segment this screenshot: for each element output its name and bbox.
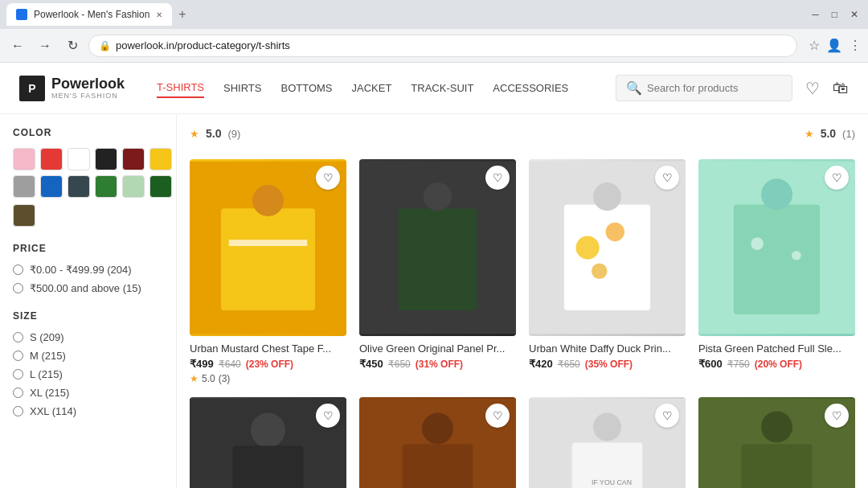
product-card[interactable]: ♡ Brown Casual Polo... ₹449 ₹699 (36% OF… xyxy=(359,397,516,488)
maximize-button[interactable]: □ xyxy=(829,9,841,20)
product-rating: ★ 5.0 (3) xyxy=(190,373,346,384)
site-header: P Powerlook MEN'S FASHION T-SHIRTS SHIRT… xyxy=(0,63,868,114)
product-price: ₹600 xyxy=(698,358,723,370)
svg-rect-31 xyxy=(742,445,813,488)
forward-button[interactable]: → xyxy=(34,35,56,57)
menu-icon[interactable]: ⋮ xyxy=(849,38,862,53)
color-swatch-pink[interactable] xyxy=(13,148,35,170)
product-card[interactable]: ♡ Olive Green Original Panel Pr... ₹450 … xyxy=(359,159,516,384)
price-radio-low[interactable] xyxy=(13,265,23,275)
color-swatch-red[interactable] xyxy=(40,148,63,170)
search-input[interactable] xyxy=(647,82,782,94)
product-discount: (23% OFF) xyxy=(246,359,293,370)
nav-tracksuit[interactable]: TRACK-SUIT xyxy=(411,79,473,97)
color-filter-title: COLOR xyxy=(13,127,163,138)
close-window-button[interactable]: ✕ xyxy=(847,9,862,20)
browser-tab[interactable]: Powerlook - Men's Fashion ✕ xyxy=(6,3,172,26)
bookmark-icon[interactable]: ☆ xyxy=(809,38,820,53)
product-card[interactable]: IF YOU CAN READ THIS... ♡ Olive Printed … xyxy=(529,397,686,488)
product-price: ₹420 xyxy=(529,358,553,370)
size-radio-m[interactable] xyxy=(13,351,23,361)
header-icons: ♡ 🛍 xyxy=(805,79,849,98)
color-swatch-white[interactable] xyxy=(68,148,90,170)
svg-point-30 xyxy=(761,412,792,443)
product-image-wrapper: IF YOU CAN READ THIS... ♡ xyxy=(529,397,686,488)
svg-point-3 xyxy=(252,185,284,216)
refresh-button[interactable]: ↻ xyxy=(61,35,84,57)
svg-point-16 xyxy=(751,237,764,250)
svg-point-11 xyxy=(592,264,608,280)
rating-value: 5.0 xyxy=(202,373,215,384)
back-button[interactable]: ← xyxy=(6,35,29,57)
price-filter: PRICE ₹0.00 - ₹499.99 (204) ₹500.00 and … xyxy=(13,243,163,294)
wishlist-button[interactable]: ♡ xyxy=(655,166,679,190)
product-pricing: ₹600 ₹750 (20% OFF) xyxy=(698,358,855,370)
product-card[interactable]: ♡ Urban White Daffy Duck Prin... ₹420 ₹6… xyxy=(529,159,686,384)
svg-point-25 xyxy=(593,413,621,441)
profile-icon[interactable]: 👤 xyxy=(826,38,842,53)
product-card[interactable]: ♡ Black Slim Fit T-Shirt... ₹399 ₹599 (3… xyxy=(190,397,346,488)
nav-shirts[interactable]: SHIRTS xyxy=(223,79,261,97)
svg-rect-20 xyxy=(233,446,304,489)
svg-point-15 xyxy=(761,178,792,210)
color-swatch-black[interactable] xyxy=(95,148,117,170)
address-bar[interactable]: 🔒 powerlook.in/product-category/t-shirts xyxy=(88,35,797,57)
nav-jacket[interactable]: JACKET xyxy=(352,79,392,97)
size-option-xxl[interactable]: XXL (114) xyxy=(13,405,163,417)
color-swatch-maroon[interactable] xyxy=(122,148,145,170)
wishlist-button[interactable]: ♡ xyxy=(655,404,679,428)
color-swatch-light-green[interactable] xyxy=(122,175,145,198)
price-filter-title: PRICE xyxy=(13,243,163,254)
svg-point-22 xyxy=(422,413,453,445)
wishlist-button[interactable]: ♡ xyxy=(485,166,510,190)
color-swatch-yellow[interactable] xyxy=(149,148,172,170)
minimize-button[interactable]: ─ xyxy=(809,9,822,20)
color-swatch-blue[interactable] xyxy=(40,175,63,198)
product-title: Urban White Daffy Duck Prin... xyxy=(529,342,686,355)
wishlist-button[interactable]: ♡ xyxy=(316,404,340,428)
nav-tshirts[interactable]: T-SHIRTS xyxy=(157,78,204,98)
product-card[interactable]: ♡ Pista Green Patched Full Sle... ₹600 ₹… xyxy=(698,159,855,384)
nav-bottoms[interactable]: BOTTOMS xyxy=(280,79,332,97)
review-count-2: (1) xyxy=(842,128,855,140)
new-tab-button[interactable]: + xyxy=(172,7,192,22)
size-option-l[interactable]: L (215) xyxy=(13,368,163,380)
size-radio-s[interactable] xyxy=(13,332,23,342)
color-swatch-dark-grey[interactable] xyxy=(68,175,90,198)
nav-accessories[interactable]: ACCESSORIES xyxy=(493,79,568,97)
color-swatch-dark-green[interactable] xyxy=(95,175,117,198)
cart-icon[interactable]: 🛍 xyxy=(833,79,849,98)
wishlist-button[interactable]: ♡ xyxy=(316,166,340,190)
product-image-wrapper: ♡ xyxy=(698,159,855,336)
size-radio-xxl[interactable] xyxy=(13,406,23,416)
wishlist-button[interactable]: ♡ xyxy=(825,166,849,190)
price-radio-high[interactable] xyxy=(13,283,23,293)
color-swatches xyxy=(13,148,163,198)
size-radio-l[interactable] xyxy=(13,369,23,379)
size-filter: SIZE S (209) M (215) L (215) xyxy=(13,310,163,417)
top-rating-2: ★ 5.0 (1) xyxy=(805,127,855,140)
search-bar[interactable]: 🔍 xyxy=(616,75,792,101)
logo[interactable]: P Powerlook MEN'S FASHION xyxy=(19,76,125,101)
url-text: powerlook.in/product-category/t-shirts xyxy=(116,39,290,51)
color-swatch-grey[interactable] xyxy=(13,175,35,198)
search-icon: 🔍 xyxy=(626,80,642,96)
color-swatch-deep-green[interactable] xyxy=(149,175,172,198)
color-swatch-olive[interactable] xyxy=(13,204,35,227)
price-option-low[interactable]: ₹0.00 - ₹499.99 (204) xyxy=(13,264,163,276)
wishlist-icon[interactable]: ♡ xyxy=(805,79,820,98)
wishlist-button[interactable]: ♡ xyxy=(825,404,849,428)
product-area: ★ 5.0 (9) ★ 5.0 (1) xyxy=(177,114,868,488)
product-card[interactable]: ♡ White Graphic Print Tee... ₹380 ₹580 (… xyxy=(698,397,855,488)
svg-rect-14 xyxy=(734,204,820,314)
size-radio-xl[interactable] xyxy=(13,388,23,398)
product-card[interactable]: ♡ Urban Mustard Chest Tape F... ₹499 ₹64… xyxy=(190,159,346,384)
tab-close-button[interactable]: ✕ xyxy=(156,10,162,19)
price-option-high[interactable]: ₹500.00 and above (15) xyxy=(13,282,163,294)
size-option-s[interactable]: S (209) xyxy=(13,331,163,343)
product-mrp: ₹650 xyxy=(388,359,411,370)
wishlist-button[interactable]: ♡ xyxy=(485,404,510,428)
svg-point-9 xyxy=(576,236,600,259)
size-option-m[interactable]: M (215) xyxy=(13,350,163,362)
size-option-xl[interactable]: XL (215) xyxy=(13,387,163,399)
